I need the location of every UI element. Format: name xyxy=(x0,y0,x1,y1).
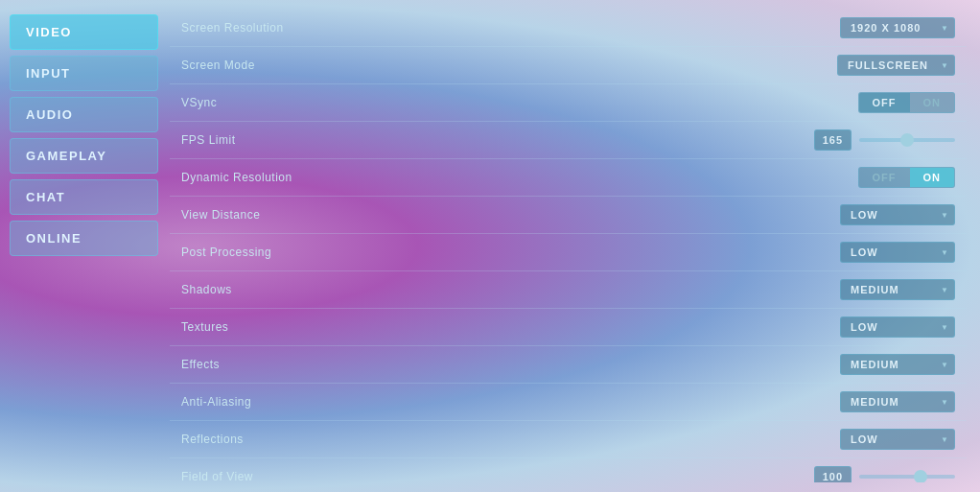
dropdown-wrapper-post-processing: LOWMEDIUMHIGHEPIC xyxy=(840,242,955,263)
settings-container: VIDEOINPUTAUDIOGAMEPLAYCHATONLINE Screen… xyxy=(0,0,980,492)
dropdown-wrapper-shadows: LOWMEDIUMHIGHEPIC xyxy=(840,279,955,300)
dropdown-wrapper-screen-mode: FULLSCREENWINDOWEDBORDERLESS xyxy=(837,55,955,76)
dropdown-wrapper-reflections: LOWMEDIUMHIGHEPIC xyxy=(840,429,955,450)
setting-label-post-processing: Post Processing xyxy=(181,246,271,259)
sidebar: VIDEOINPUTAUDIOGAMEPLAYCHATONLINE xyxy=(10,10,158,482)
settings-row-shadows: ShadowsLOWMEDIUMHIGHEPIC xyxy=(170,271,967,309)
setting-control-post-processing: LOWMEDIUMHIGHEPIC xyxy=(840,242,955,263)
slider-value-fps-limit: 165 xyxy=(814,129,852,151)
setting-label-screen-mode: Screen Mode xyxy=(181,59,255,72)
toggle-btn-vsync-off[interactable]: OFF xyxy=(859,93,910,112)
settings-row-view-distance: View DistanceLOWMEDIUMHIGHEPIC xyxy=(170,197,967,234)
sidebar-item-audio[interactable]: AUDIO xyxy=(10,97,158,132)
dropdown-screen-resolution[interactable]: 1920 X 10801280 X 7202560 X 1440 xyxy=(840,17,955,38)
setting-control-field-of-view: 100 xyxy=(814,466,955,482)
dropdown-wrapper-anti-aliasing: LOWMEDIUMHIGHEPIC xyxy=(840,391,955,412)
setting-control-view-distance: LOWMEDIUMHIGHEPIC xyxy=(840,204,955,225)
dropdown-textures[interactable]: LOWMEDIUMHIGHEPIC xyxy=(840,316,955,338)
settings-row-textures: TexturesLOWMEDIUMHIGHEPIC xyxy=(170,309,967,346)
dropdown-wrapper-effects: LOWMEDIUMHIGHEPIC xyxy=(840,354,955,375)
slider-group-field-of-view: 100 xyxy=(814,466,955,482)
setting-label-reflections: Reflections xyxy=(181,433,244,446)
toggle-group-dynamic-resolution: OFFON xyxy=(858,167,956,188)
slider-input-field-of-view[interactable] xyxy=(859,475,955,479)
settings-row-fps-limit: FPS Limit165 xyxy=(170,122,967,159)
toggle-btn-dynamic-resolution-on[interactable]: ON xyxy=(910,168,955,187)
settings-row-effects: EffectsLOWMEDIUMHIGHEPIC xyxy=(170,346,967,384)
toggle-btn-vsync-on[interactable]: ON xyxy=(910,93,955,112)
setting-label-fps-limit: FPS Limit xyxy=(181,133,236,147)
slider-input-fps-limit[interactable] xyxy=(859,138,955,142)
setting-label-screen-resolution: Screen Resolution xyxy=(181,21,284,35)
settings-row-anti-aliasing: Anti-AliasingLOWMEDIUMHIGHEPIC xyxy=(170,384,967,421)
settings-row-screen-mode: Screen ModeFULLSCREENWINDOWEDBORDERLESS xyxy=(170,47,967,84)
setting-control-fps-limit: 165 xyxy=(814,129,955,151)
setting-label-vsync: VSync xyxy=(181,96,217,109)
sidebar-item-input[interactable]: INPUT xyxy=(10,56,158,91)
dropdown-anti-aliasing[interactable]: LOWMEDIUMHIGHEPIC xyxy=(840,391,955,412)
dropdown-wrapper-screen-resolution: 1920 X 10801280 X 7202560 X 1440 xyxy=(840,17,955,38)
toggle-btn-dynamic-resolution-off[interactable]: OFF xyxy=(859,168,910,187)
dropdown-view-distance[interactable]: LOWMEDIUMHIGHEPIC xyxy=(840,204,955,225)
sidebar-item-gameplay[interactable]: GAMEPLAY xyxy=(10,138,158,174)
dropdown-screen-mode[interactable]: FULLSCREENWINDOWEDBORDERLESS xyxy=(837,55,955,76)
setting-control-effects: LOWMEDIUMHIGHEPIC xyxy=(840,354,955,375)
dropdown-wrapper-textures: LOWMEDIUMHIGHEPIC xyxy=(840,316,955,338)
setting-label-shadows: Shadows xyxy=(181,283,232,296)
setting-control-anti-aliasing: LOWMEDIUMHIGHEPIC xyxy=(840,391,955,412)
setting-control-reflections: LOWMEDIUMHIGHEPIC xyxy=(840,429,955,450)
toggle-group-vsync: OFFON xyxy=(858,92,956,113)
setting-control-dynamic-resolution: OFFON xyxy=(858,167,956,188)
sidebar-item-chat[interactable]: CHAT xyxy=(10,179,158,215)
dropdown-wrapper-view-distance: LOWMEDIUMHIGHEPIC xyxy=(840,204,955,225)
settings-row-vsync: VSyncOFFON xyxy=(170,84,967,122)
settings-row-dynamic-resolution: Dynamic ResolutionOFFON xyxy=(170,159,967,197)
setting-control-screen-mode: FULLSCREENWINDOWEDBORDERLESS xyxy=(837,55,955,76)
slider-group-fps-limit: 165 xyxy=(814,129,955,151)
setting-label-anti-aliasing: Anti-Aliasing xyxy=(181,395,251,409)
setting-control-textures: LOWMEDIUMHIGHEPIC xyxy=(840,316,955,338)
dropdown-effects[interactable]: LOWMEDIUMHIGHEPIC xyxy=(840,354,955,375)
setting-label-field-of-view: Field of View xyxy=(181,470,253,482)
setting-label-textures: Textures xyxy=(181,320,228,334)
dropdown-post-processing[interactable]: LOWMEDIUMHIGHEPIC xyxy=(840,242,955,263)
sidebar-item-video[interactable]: VIDEO xyxy=(10,14,158,50)
setting-label-dynamic-resolution: Dynamic Resolution xyxy=(181,171,292,184)
setting-label-effects: Effects xyxy=(181,358,220,371)
dropdown-shadows[interactable]: LOWMEDIUMHIGHEPIC xyxy=(840,279,955,300)
setting-control-screen-resolution: 1920 X 10801280 X 7202560 X 1440 xyxy=(840,17,955,38)
settings-row-field-of-view: Field of View100 xyxy=(170,458,967,482)
settings-row-post-processing: Post ProcessingLOWMEDIUMHIGHEPIC xyxy=(170,234,967,271)
settings-row-screen-resolution: Screen Resolution1920 X 10801280 X 72025… xyxy=(170,10,967,47)
main-content: Screen Resolution1920 X 10801280 X 72025… xyxy=(170,10,970,482)
slider-value-field-of-view: 100 xyxy=(814,466,852,482)
dropdown-reflections[interactable]: LOWMEDIUMHIGHEPIC xyxy=(840,429,955,450)
sidebar-item-online[interactable]: ONLINE xyxy=(10,221,158,256)
setting-control-vsync: OFFON xyxy=(858,92,956,113)
setting-control-shadows: LOWMEDIUMHIGHEPIC xyxy=(840,279,955,300)
settings-row-reflections: ReflectionsLOWMEDIUMHIGHEPIC xyxy=(170,421,967,458)
setting-label-view-distance: View Distance xyxy=(181,208,260,222)
